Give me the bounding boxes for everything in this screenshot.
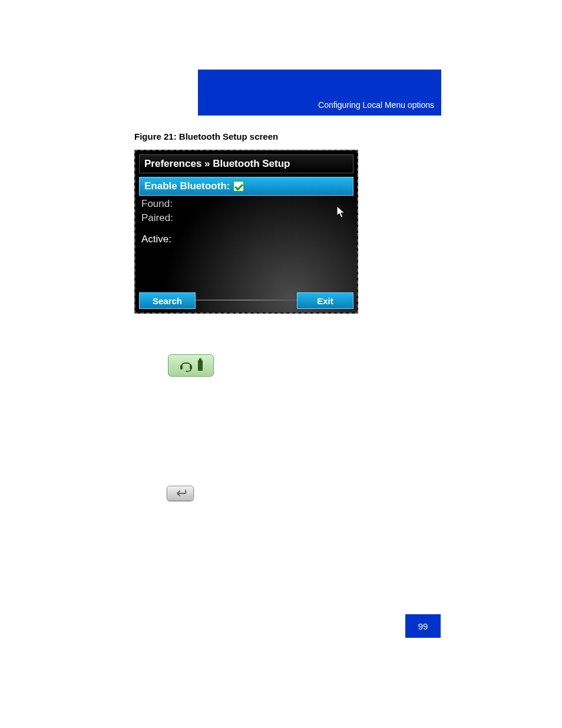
page-number: 99 <box>405 614 441 638</box>
found-label: Found: <box>141 198 173 209</box>
search-softkey[interactable]: Search <box>139 292 196 309</box>
headset-icon <box>179 359 193 372</box>
exit-softkey-label: Exit <box>317 296 333 306</box>
headset-indicator <box>168 354 214 377</box>
svg-point-2 <box>186 371 188 373</box>
document-header-bar: Configuring Local Menu options <box>198 70 441 116</box>
enable-bluetooth-label: Enable Bluetooth: <box>144 180 230 192</box>
page-number-text: 99 <box>418 621 428 631</box>
svg-rect-0 <box>180 365 183 370</box>
found-row: Found: <box>141 198 353 210</box>
paired-row: Paired: <box>141 212 353 224</box>
document-page: Configuring Local Menu options Figure 21… <box>0 0 562 728</box>
search-softkey-label: Search <box>153 296 182 306</box>
svg-rect-1 <box>190 365 192 370</box>
checkmark-icon[interactable] <box>233 181 244 192</box>
breadcrumb: Preferences » Bluetooth Setup <box>139 154 353 173</box>
enter-arrow-icon <box>174 490 187 497</box>
exit-softkey[interactable]: Exit <box>297 292 353 309</box>
paired-label: Paired: <box>141 212 173 223</box>
battery-icon <box>198 360 203 371</box>
breadcrumb-text: Preferences » Bluetooth Setup <box>144 158 290 170</box>
enable-bluetooth-row[interactable]: Enable Bluetooth: <box>139 177 353 196</box>
enter-key <box>167 486 194 501</box>
active-row: Active: <box>141 233 353 245</box>
softkey-bar: Search Exit <box>139 292 353 309</box>
document-header-title: Configuring Local Menu options <box>318 100 434 110</box>
active-label: Active: <box>141 233 171 245</box>
bluetooth-setup-screenshot: Preferences » Bluetooth Setup Enable Blu… <box>134 150 358 314</box>
figure-caption: Figure 21: Bluetooth Setup screen <box>134 131 278 141</box>
